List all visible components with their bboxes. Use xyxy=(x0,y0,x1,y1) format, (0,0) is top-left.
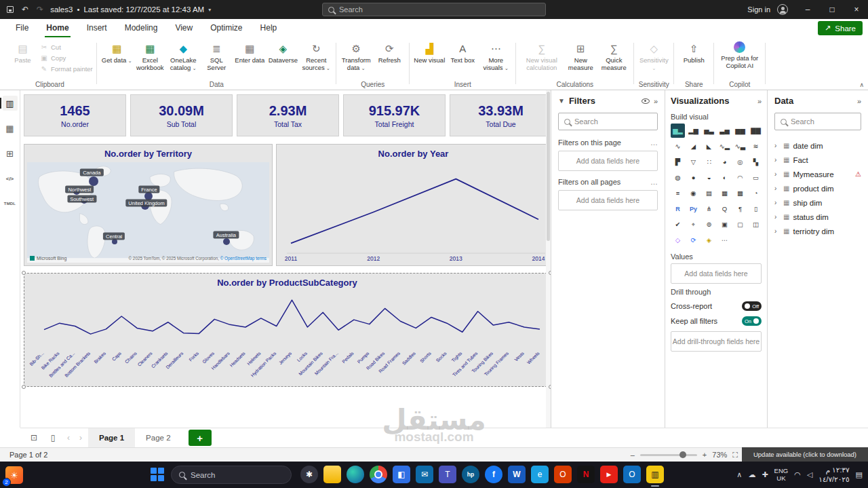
cloud-icon[interactable]: ☁ xyxy=(748,470,755,479)
more-visuals-button[interactable]: ⋯More visuals ⌄ xyxy=(480,39,512,72)
field-Fact[interactable]: ›▦Fact xyxy=(774,153,861,167)
new-visual-button[interactable]: ▟New visual xyxy=(414,39,446,64)
menu-item-file[interactable]: File xyxy=(7,19,37,37)
slicer-icon[interactable]: ▤ xyxy=(702,186,716,200)
image-visual-icon[interactable]: ▣ xyxy=(717,217,732,231)
photos-icon[interactable]: ◧ xyxy=(393,466,410,483)
fit-to-page-icon[interactable]: ⛶ xyxy=(732,451,738,459)
notification-center-icon[interactable]: ▤ xyxy=(856,470,863,479)
year-line-visual[interactable]: No.order by Year 2011201220132014 xyxy=(276,144,551,266)
menu-item-insert[interactable]: Insert xyxy=(78,19,116,37)
tmdl-view-icon[interactable]: TMDL xyxy=(3,196,18,211)
title-caret-icon[interactable]: ▾ xyxy=(208,7,211,13)
share-button[interactable]: ↗ Share xyxy=(818,21,863,35)
premium-visual-icon[interactable]: ◈ xyxy=(702,233,716,247)
button-visual-icon[interactable]: ▢ xyxy=(733,217,747,231)
language-indicator[interactable]: ENGUK xyxy=(774,468,789,483)
refresh-button[interactable]: ⟳Refresh xyxy=(374,39,406,64)
dataverse-button[interactable]: ◈Dataverse xyxy=(267,39,299,64)
menu-item-help[interactable]: Help xyxy=(252,19,286,37)
subcategory-line-visual[interactable]: No.order by ProductSubCategory Bib-Sh...… xyxy=(24,273,551,387)
chrome-icon[interactable] xyxy=(370,466,387,483)
start-button[interactable] xyxy=(151,468,164,481)
arcgis-map-icon[interactable]: ⊚ xyxy=(702,217,716,231)
global-search-input[interactable]: Search xyxy=(322,3,546,16)
text-slicer-icon[interactable]: ◫ xyxy=(749,217,763,231)
publish-button[interactable]: ⇧Publish xyxy=(678,39,710,64)
menu-item-home[interactable]: Home xyxy=(37,19,77,37)
bing-map[interactable]: Microsoft Bing © 2025 TomTom, © 2025 Mic… xyxy=(27,162,269,263)
canvas-scrollbar[interactable] xyxy=(546,90,551,428)
onelake-button[interactable]: ◆OneLake catalog ⌄ xyxy=(167,39,199,72)
kpi-card[interactable]: 30.09MSub Total xyxy=(130,94,233,136)
filters-search-input[interactable]: Search xyxy=(558,113,658,130)
undo-icon[interactable]: ↶ xyxy=(22,5,28,14)
field-product-dim[interactable]: ›▦product dim xyxy=(774,181,861,195)
zoom-slider[interactable] xyxy=(640,454,697,456)
collapse-filters-icon[interactable]: » xyxy=(654,97,658,105)
line-stacked-column-chart-icon[interactable]: ∿▂ xyxy=(717,139,732,153)
smart-narrative-icon[interactable]: ¶ xyxy=(733,202,747,216)
zoom-in-button[interactable]: + xyxy=(703,451,707,459)
multi-row-card-icon[interactable]: ≡ xyxy=(671,186,685,200)
data-search-input[interactable]: Search xyxy=(774,113,861,130)
next-page-icon[interactable]: › xyxy=(76,433,85,443)
map-icon[interactable]: ◍ xyxy=(671,170,685,185)
menu-item-optimize[interactable]: Optimize xyxy=(201,19,251,37)
waterfall-chart-icon[interactable]: ▛ xyxy=(671,155,685,169)
transform-data-button[interactable]: ⚙Transform data ⌄ xyxy=(340,39,372,72)
r-script-icon[interactable]: R xyxy=(671,202,685,216)
get-data-button[interactable]: ▦Get data ⌄ xyxy=(101,39,133,64)
widgets-icon[interactable]: ☀ 2 xyxy=(5,466,23,484)
matrix-icon[interactable]: ▩ xyxy=(733,186,747,200)
text-box-button[interactable]: AText box xyxy=(447,39,479,64)
donut-chart-icon[interactable]: ◎ xyxy=(733,155,747,169)
prev-page-icon[interactable]: ‹ xyxy=(64,433,73,443)
teams-icon[interactable]: T xyxy=(439,466,456,483)
update-banner[interactable]: Update available (click to download) xyxy=(742,447,868,462)
collapse-ribbon-icon[interactable]: ∧ xyxy=(859,81,864,88)
line-clustered-column-chart-icon[interactable]: ∿▃ xyxy=(733,139,747,153)
values-dropzone[interactable]: Add data fields here xyxy=(671,263,762,284)
keep-all-filters-toggle[interactable]: On xyxy=(742,316,762,326)
resize-handle[interactable] xyxy=(22,271,26,275)
quick-measure-button[interactable]: ∑Quick measure xyxy=(598,39,630,72)
goals-icon[interactable]: ⌖ xyxy=(686,217,701,231)
section-menu-icon[interactable]: … xyxy=(650,138,658,147)
treemap-icon[interactable]: ▚ xyxy=(749,155,763,169)
facebook-icon[interactable]: f xyxy=(485,466,502,483)
python-script-icon[interactable]: Py xyxy=(686,202,701,216)
sign-in-link[interactable]: Sign in xyxy=(747,5,770,14)
gauge-icon[interactable]: ◠ xyxy=(733,170,747,185)
netflix-icon[interactable]: N xyxy=(577,466,595,483)
field-terriotry-dim[interactable]: ›▦terriotry dim xyxy=(774,224,861,238)
recent-sources-button[interactable]: ↻Recent sources ⌄ xyxy=(300,39,332,72)
close-button[interactable]: × xyxy=(845,0,868,19)
cross-report-toggle[interactable]: Off xyxy=(742,301,762,311)
page-tab-page-1[interactable]: Page 1 xyxy=(88,428,135,448)
100-stacked-column-chart-icon[interactable]: ▇▇ xyxy=(749,124,763,138)
report-view-icon[interactable]: ▥ xyxy=(3,96,18,111)
word-icon[interactable]: W xyxy=(508,466,526,483)
window-title[interactable]: sales3 • Last saved: 12/7/2025 at 12:43 … xyxy=(50,5,211,14)
mobile-view-icon[interactable]: ▯ xyxy=(45,431,61,445)
area-chart-icon[interactable]: ◢ xyxy=(686,139,701,153)
powerbi-icon[interactable]: ▥ xyxy=(646,466,664,483)
funnel-chart-icon[interactable]: ▽ xyxy=(686,155,701,169)
security-icon[interactable]: ✚ xyxy=(762,470,768,479)
taskbar-search-input[interactable]: Search xyxy=(171,466,292,484)
line-chart-icon[interactable]: ∿ xyxy=(671,139,685,153)
collapse-data-icon[interactable]: » xyxy=(857,97,861,105)
office-icon[interactable]: O xyxy=(554,466,572,483)
filters-all-dropzone[interactable]: Add data fields here xyxy=(558,190,658,210)
map-visual[interactable]: No.order by Territory Mi xyxy=(24,144,273,266)
mail-icon[interactable]: ✉ xyxy=(416,466,433,483)
new-measure-button[interactable]: ⊞New measure xyxy=(565,39,597,72)
scatter-chart-icon[interactable]: ∷ xyxy=(702,155,716,169)
stacked-bar-chart-icon[interactable]: ▆▂ xyxy=(671,124,685,138)
table-icon[interactable]: ▦ xyxy=(717,186,732,200)
resize-handle[interactable] xyxy=(22,385,26,389)
field-status-dim[interactable]: ›▦status dim xyxy=(774,210,861,224)
internet-explorer-icon[interactable]: e xyxy=(531,466,549,483)
menu-item-modeling[interactable]: Modeling xyxy=(116,19,167,37)
